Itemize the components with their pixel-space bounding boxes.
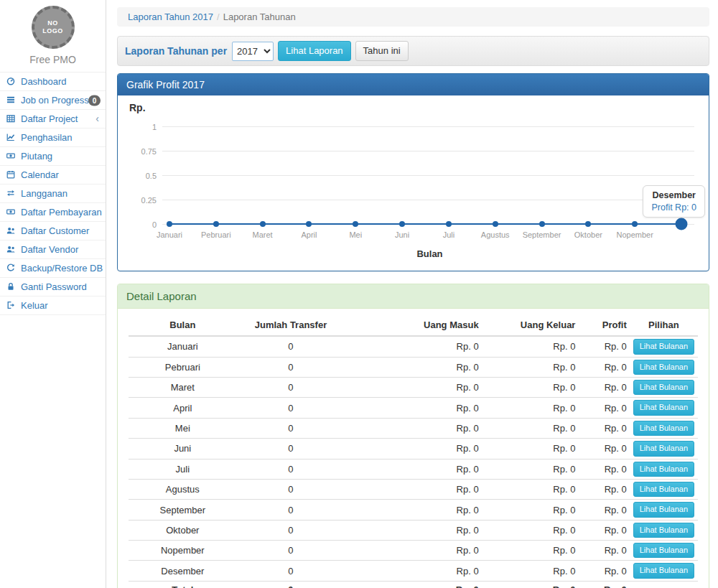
view-monthly-button-oktober[interactable]: Lihat Bulanan [633,523,694,538]
cell-profit: Rp. 0 [578,439,629,459]
view-monthly-button-desember[interactable]: Lihat Bulanan [633,563,694,578]
view-report-button[interactable]: Lihat Laporan [278,41,351,61]
cell-jumlah_transfer: 0 [237,459,345,479]
data-point-mei[interactable] [353,221,358,227]
brand-name: Free PMO [0,49,106,72]
cell-uang_keluar: Rp. 0 [482,357,579,377]
cell-profit: Rp. 0 [578,459,629,479]
table-total-row: Total0Rp. 0Rp. 0Rp. 0 [129,581,698,588]
view-monthly-button-agustus[interactable]: Lihat Bulanan [633,482,694,497]
sidebar-item-penghasilan[interactable]: Penghasilan [0,129,106,147]
users-icon [6,226,16,235]
column-header-uang-masuk: Uang Masuk [345,314,481,336]
x-tick-label: Mei [349,230,362,239]
cell-uang_masuk: Rp. 0 [345,439,481,459]
cell-jumlah_transfer: 0 [237,398,345,418]
data-point-september[interactable] [539,221,545,227]
year-select[interactable]: 2017 [232,42,274,61]
filter-label: Laporan Tahunan per [125,45,227,57]
x-tick-label: Maret [253,230,273,239]
cell-jumlah_transfer: 0 [237,561,345,581]
data-point-januari[interactable] [167,221,172,227]
sidebar-item-calendar[interactable]: Calendar [0,166,106,185]
logo-text: NOLOGO [42,19,63,36]
view-monthly-button-pebruari[interactable]: Lihat Bulanan [633,360,694,375]
cell-jumlah_transfer: 0 [237,500,345,520]
app-root: NOLOGO Free PMO DashboardJob on Progress… [0,0,718,588]
refresh-icon [6,263,16,273]
cell-uang_masuk: Rp. 0 [345,561,481,581]
view-monthly-button-maret[interactable]: Lihat Bulanan [633,380,694,395]
sidebar-item-dashboard[interactable]: Dashboard [0,73,106,91]
data-point-nopember[interactable] [632,221,638,227]
cell-uang_keluar: Rp. 0 [482,520,579,540]
view-monthly-button-september[interactable]: Lihat Bulanan [633,502,694,517]
table-row-januari: Januari0Rp. 0Rp. 0Rp. 0Lihat Bulanan [129,336,698,357]
x-tick-label: Pebruari [201,230,231,239]
count-badge: 0 [88,95,101,106]
view-monthly-button-nopember[interactable]: Lihat Bulanan [633,543,694,558]
report-panel-title: Detail Laporan [118,284,709,309]
view-monthly-button-april[interactable]: Lihat Bulanan [633,400,694,415]
view-monthly-button-juli[interactable]: Lihat Bulanan [633,462,694,477]
sidebar-item-piutang[interactable]: Piutang [0,147,106,166]
chart-tooltip: Desember Profit Rp: 0 [643,185,705,218]
breadcrumb-link[interactable]: Laporan Tahun 2017 [128,11,213,22]
data-point-juli[interactable] [446,221,452,227]
chart-body: Rp. 10.750.50.250JanuariPebruariMaretApr… [118,95,709,271]
cell-uang_masuk: Rp. 0 [345,377,481,397]
sidebar: NOLOGO Free PMO DashboardJob on Progress… [0,0,106,588]
cell-bulan: Oktober [129,520,237,540]
sidebar-item-backup-restore-db[interactable]: Backup/Restore DB [0,259,106,278]
cell-action: Lihat Bulanan [630,541,698,561]
calendar-icon [6,170,16,179]
sidebar-item-ganti-password[interactable]: Ganti Password [0,278,106,297]
data-point-agustus[interactable] [493,221,498,227]
cell-uang_masuk: Rp. 0 [345,541,481,561]
sidebar-item-langganan[interactable]: Langganan [0,185,106,203]
users-icon [6,245,16,254]
sidebar-item-keluar[interactable]: Keluar [0,297,106,315]
view-monthly-button-juni[interactable]: Lihat Bulanan [633,441,694,456]
money-icon [6,207,16,217]
data-point-maret[interactable] [260,221,266,227]
profit-chart-plot: 10.750.50.250JanuariPebruariMaretAprilMe… [162,121,694,244]
sidebar-item-daftar-vendor[interactable]: Daftar Vendor [0,241,106,259]
y-axis-title: Rp. [129,102,697,113]
report-detail-panel: Detail Laporan BulanJumlah TransferUang … [117,284,709,588]
column-header-uang-keluar: Uang Keluar [482,314,579,336]
table-row-maret: Maret0Rp. 0Rp. 0Rp. 0Lihat Bulanan [129,377,698,397]
cell-action: Lihat Bulanan [630,479,698,499]
chevron-left-icon: ‹ [95,113,99,124]
line-chart-icon [6,133,16,142]
profit-series: JanuariPebruariMaretAprilMeiJuniJuliAgus… [169,121,681,244]
table-row-agustus: Agustus0Rp. 0Rp. 0Rp. 0Lihat Bulanan [129,479,698,499]
data-point-juni[interactable] [399,221,405,227]
sidebar-item-daftar-customer[interactable]: Daftar Customer [0,222,106,241]
table-row-mei: Mei0Rp. 0Rp. 0Rp. 0Lihat Bulanan [129,418,698,438]
sidebar-item-label: Calendar [21,169,59,180]
sidebar-item-daftar-project[interactable]: Daftar Project‹ [0,110,106,129]
data-point-desember[interactable] [676,218,688,230]
this-year-button[interactable]: Tahun ini [355,41,409,61]
view-monthly-button-mei[interactable]: Lihat Bulanan [633,421,694,436]
tasks-icon [6,95,16,105]
y-tick-label: 0.25 [129,196,157,205]
cell-uang_keluar: Rp. 0 [482,500,579,520]
data-point-oktober[interactable] [585,221,591,227]
cell-uang_masuk: Rp. 0 [345,357,481,377]
sidebar-item-label: Ganti Password [21,281,87,292]
cell-bulan: Nopember [129,541,237,561]
app-logo: NOLOGO [32,6,75,49]
cell-uang_masuk: Rp. 0 [345,459,481,479]
column-header-bulan: Bulan [129,314,237,336]
sidebar-item-job-on-progress[interactable]: Job on Progress0 [0,91,106,110]
data-point-april[interactable] [306,221,312,227]
cell-profit: Rp. 0 [578,398,629,418]
sidebar-item-daftar-pembayaran[interactable]: Daftar Pembayaran [0,203,106,222]
view-monthly-button-januari[interactable]: Lihat Bulanan [633,339,694,354]
cell-action: Lihat Bulanan [630,418,698,438]
sidebar-item-label: Daftar Project [21,113,78,124]
data-point-pebruari[interactable] [213,221,219,227]
cell-jumlah_transfer: 0 [237,439,345,459]
